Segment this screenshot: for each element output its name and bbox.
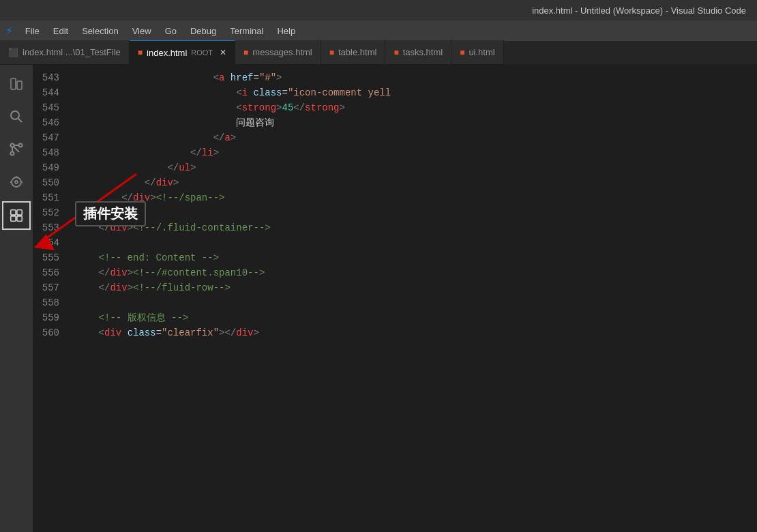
line-num-549: 549 (33, 160, 59, 175)
menu-selection[interactable]: Selection (75, 23, 125, 39)
tab-icon-5: ■ (394, 48, 398, 57)
line-num-555: 555 (33, 250, 59, 265)
tab-icon-3: ■ (243, 48, 248, 57)
svg-point-6 (11, 152, 14, 156)
code-line-552: </div> (76, 205, 757, 220)
code-line-547: </a> (76, 130, 757, 145)
code-line-557: </div><!--/fluid-row--> (76, 280, 757, 295)
line-num-556: 556 (33, 265, 59, 280)
line-num-543: 543 (33, 70, 59, 85)
line-num-557: 557 (33, 280, 59, 295)
tab-label-3: messages.html (252, 47, 312, 57)
activity-bar (0, 65, 33, 532)
tab-label-5: tasks.html (403, 47, 443, 57)
line-num-554: 554 (33, 235, 59, 250)
tab-ui[interactable]: ■ ui.html (451, 40, 504, 64)
explorer-icon[interactable] (3, 70, 30, 98)
tab-label-4: table.html (338, 47, 376, 57)
svg-rect-15 (17, 216, 22, 221)
svg-point-5 (19, 144, 23, 147)
tab-icon-2: ■ (138, 48, 143, 57)
svg-rect-14 (11, 216, 16, 221)
line-num-552: 552 (33, 205, 59, 220)
code-line-556: </div><!--/#content.span10--> (76, 265, 757, 280)
tab-index-testfile[interactable]: ⬛ index.html ...\01_TestFile (0, 40, 130, 64)
tab-icon-1: ⬛ (8, 48, 18, 57)
tab-table[interactable]: ■ table.html (321, 40, 386, 64)
code-line-543: <a href="#"> (76, 70, 757, 85)
code-line-559: <!-- 版权信息 --> (76, 310, 757, 325)
code-line-551: </div><!--/span--> (76, 190, 757, 205)
menu-edit[interactable]: Edit (46, 23, 75, 39)
line-num-546: 546 (33, 115, 59, 130)
tab-index-root[interactable]: ■ index.html ROOT ✕ (130, 40, 235, 64)
line-num-553: 553 (33, 220, 59, 235)
tab-bar: ⬛ index.html ...\01_TestFile ■ index.htm… (0, 41, 757, 65)
extensions-icon[interactable] (2, 201, 31, 230)
code-line-548: </li> (76, 145, 757, 160)
code-line-555: <!-- end: Content --> (76, 250, 757, 265)
code-content: <a href="#"> <i class="icon-comment yell… (70, 70, 757, 532)
tab-close-2[interactable]: ✕ (220, 48, 226, 57)
code-line-544: <i class="icon-comment yell (76, 85, 757, 100)
code-line-558 (76, 295, 757, 310)
line-num-558: 558 (33, 295, 59, 310)
svg-rect-12 (11, 210, 16, 215)
svg-rect-0 (11, 78, 16, 89)
menu-help[interactable]: Help (270, 23, 302, 39)
svg-point-4 (11, 144, 14, 147)
menu-bar: ⚡ File Edit Selection View Go Debug Term… (0, 20, 757, 41)
svg-rect-13 (17, 210, 22, 215)
line-num-550: 550 (33, 175, 59, 190)
tab-label-6: ui.html (469, 47, 494, 57)
svg-point-7 (12, 177, 21, 187)
line-num-559: 559 (33, 310, 59, 325)
code-line-553: </div><!--/.fluid-container--> (76, 220, 757, 235)
tab-label-1: index.html ...\01_TestFile (23, 47, 121, 57)
code-editor[interactable]: 543 544 545 546 547 548 549 550 551 552 … (33, 65, 757, 532)
svg-point-8 (15, 181, 18, 183)
vscode-logo: ⚡ (5, 23, 13, 38)
line-num-544: 544 (33, 85, 59, 100)
tab-badge: ROOT (191, 48, 213, 57)
title-bar-text: index.html - Untitled (Workspace) - Visu… (532, 5, 746, 16)
code-line-546: 问题咨询 (76, 115, 757, 130)
svg-point-2 (11, 111, 19, 119)
tab-label-2: index.html (147, 48, 187, 58)
line-num-545: 545 (33, 100, 59, 115)
tab-icon-4: ■ (329, 48, 334, 57)
title-bar: index.html - Untitled (Workspace) - Visu… (0, 0, 757, 20)
svg-line-3 (18, 119, 23, 123)
source-control-icon[interactable] (3, 136, 30, 163)
line-num-547: 547 (33, 130, 59, 145)
code-line-545: <strong>45</strong> (76, 100, 757, 115)
menu-debug[interactable]: Debug (183, 23, 223, 39)
line-num-548: 548 (33, 145, 59, 160)
tab-icon-6: ■ (460, 48, 464, 57)
search-icon[interactable] (3, 103, 30, 130)
menu-terminal[interactable]: Terminal (223, 23, 270, 39)
editor-area: 543 544 545 546 547 548 549 550 551 552 … (33, 65, 757, 532)
main-layout: 543 544 545 546 547 548 549 550 551 552 … (0, 65, 757, 532)
code-line-549: </ul> (76, 160, 757, 175)
line-num-551: 551 (33, 190, 59, 205)
tab-messages[interactable]: ■ messages.html (235, 40, 321, 64)
line-numbers: 543 544 545 546 547 548 549 550 551 552 … (33, 70, 70, 532)
line-num-560: 560 (33, 325, 59, 340)
menu-go[interactable]: Go (158, 23, 183, 39)
menu-file[interactable]: File (18, 23, 46, 39)
code-line-550: </div> (76, 175, 757, 190)
svg-rect-1 (17, 81, 22, 89)
editor-wrapper: 543 544 545 546 547 548 549 550 551 552 … (0, 65, 757, 532)
code-line-560: <div class="clearfix"></div> (76, 325, 757, 340)
tab-tasks[interactable]: ■ tasks.html (385, 40, 451, 64)
debug-icon[interactable] (3, 168, 30, 196)
menu-view[interactable]: View (125, 23, 158, 39)
code-line-554 (76, 235, 757, 250)
